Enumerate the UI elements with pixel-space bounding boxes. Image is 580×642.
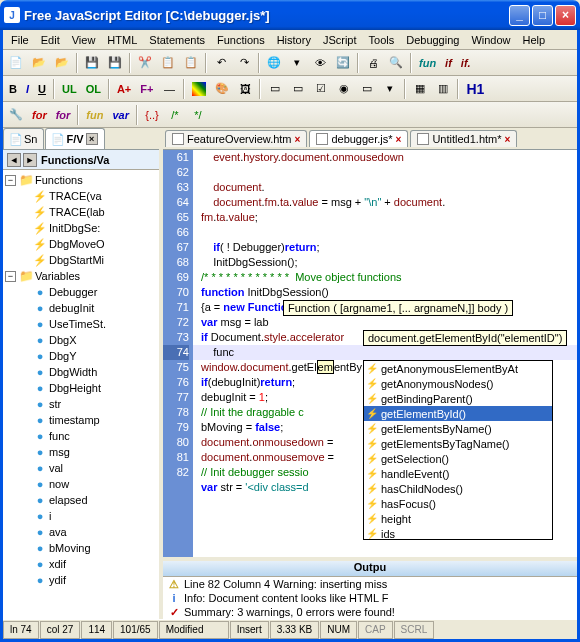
bold-button[interactable]: B bbox=[5, 83, 21, 95]
tree-item[interactable]: −📁Functions bbox=[5, 172, 157, 188]
print-icon[interactable]: 🖨 bbox=[362, 52, 384, 74]
button-icon[interactable]: ▭ bbox=[287, 78, 309, 100]
ife-text[interactable]: if. bbox=[457, 57, 475, 69]
undo-icon[interactable]: ↶ bbox=[210, 52, 232, 74]
fun-button[interactable]: fun bbox=[82, 109, 107, 121]
tree-item[interactable]: ⚡InitDbgSe: bbox=[5, 220, 157, 236]
close-button[interactable]: × bbox=[555, 5, 576, 26]
menu-help[interactable]: Help bbox=[517, 32, 552, 48]
autocomplete-item[interactable]: ⚡handleEvent() bbox=[364, 466, 552, 481]
h1-button[interactable]: H1 bbox=[462, 81, 488, 97]
color-icon[interactable] bbox=[188, 78, 210, 100]
image-icon[interactable]: 🖼 bbox=[234, 78, 256, 100]
table-icon[interactable]: ▦ bbox=[409, 78, 431, 100]
tree-item[interactable]: ●bMoving bbox=[5, 540, 157, 556]
select-icon[interactable]: ▾ bbox=[379, 78, 401, 100]
tab-close-icon[interactable]: × bbox=[86, 133, 98, 145]
cut-icon[interactable]: ✂️ bbox=[134, 52, 156, 74]
redo-icon[interactable]: ↷ bbox=[233, 52, 255, 74]
output-line[interactable]: ⚠Line 82 Column 4 Warning: inserting mis… bbox=[163, 577, 577, 591]
fplus-button[interactable]: F+ bbox=[136, 83, 157, 95]
autocomplete-item[interactable]: ⚡getElementById() bbox=[364, 406, 552, 421]
forin-button[interactable]: for bbox=[52, 109, 75, 121]
code-line[interactable]: /* * * * * * * * * * * * Move object fun… bbox=[193, 270, 577, 285]
autocomplete-item[interactable]: ⚡getAnonymousElementByAt bbox=[364, 361, 552, 376]
tree-item[interactable]: ●str bbox=[5, 396, 157, 412]
reopen-file-icon[interactable]: 📂 bbox=[51, 52, 73, 74]
browser-dropdown-icon[interactable]: ▾ bbox=[286, 52, 308, 74]
code-line[interactable]: function InitDbgSession() bbox=[193, 285, 577, 300]
menu-edit[interactable]: Edit bbox=[35, 32, 66, 48]
tree-item[interactable]: ●i bbox=[5, 508, 157, 524]
menu-statements[interactable]: Statements bbox=[143, 32, 211, 48]
tree-item[interactable]: ●msg bbox=[5, 444, 157, 460]
checkbox-icon[interactable]: ☑ bbox=[310, 78, 332, 100]
uncomment-icon[interactable]: */ bbox=[187, 104, 209, 126]
new-file-icon[interactable]: 📄 bbox=[5, 52, 27, 74]
tree-item[interactable]: ●timestamp bbox=[5, 412, 157, 428]
nav-next-icon[interactable]: ► bbox=[23, 153, 37, 167]
tree-item[interactable]: ●now bbox=[5, 476, 157, 492]
tree-item[interactable]: ⚡DbgStartMi bbox=[5, 252, 157, 268]
textarea-icon[interactable]: ▭ bbox=[356, 78, 378, 100]
tree-item[interactable]: ●DbgWidth bbox=[5, 364, 157, 380]
tree-item[interactable]: −📁Variables bbox=[5, 268, 157, 284]
menu-view[interactable]: View bbox=[66, 32, 102, 48]
autocomplete-item[interactable]: ⚡getBindingParent() bbox=[364, 391, 552, 406]
output-body[interactable]: ⚠Line 82 Column 4 Warning: inserting mis… bbox=[163, 577, 577, 619]
autocomplete-item[interactable]: ⚡hasFocus() bbox=[364, 496, 552, 511]
code-line[interactable] bbox=[193, 165, 577, 180]
autocomplete-item[interactable]: ⚡hasChildNodes() bbox=[364, 481, 552, 496]
copy-icon[interactable]: 📋 bbox=[157, 52, 179, 74]
tree-item[interactable]: ⚡DbgMoveO bbox=[5, 236, 157, 252]
tree-toggle-icon[interactable]: − bbox=[5, 175, 16, 186]
autocomplete-item[interactable]: ⚡height bbox=[364, 511, 552, 526]
tree-item[interactable]: ●Debugger bbox=[5, 284, 157, 300]
aplus-button[interactable]: A+ bbox=[113, 83, 135, 95]
menu-functions[interactable]: Functions bbox=[211, 32, 271, 48]
tab-close-icon[interactable]: × bbox=[396, 134, 402, 145]
nav-prev-icon[interactable]: ◄ bbox=[7, 153, 21, 167]
tree-item[interactable]: ●debugInit bbox=[5, 300, 157, 316]
code-editor[interactable]: event.hystory.document.onmousedown docum… bbox=[193, 150, 577, 557]
open-file-icon[interactable]: 📂 bbox=[28, 52, 50, 74]
tab-close-icon[interactable]: × bbox=[295, 134, 301, 145]
underline-button[interactable]: U bbox=[34, 83, 50, 95]
code-line[interactable] bbox=[193, 225, 577, 240]
maximize-button[interactable]: □ bbox=[532, 5, 553, 26]
editor-tab[interactable]: debugger.js*× bbox=[309, 130, 408, 147]
menu-window[interactable]: Window bbox=[465, 32, 516, 48]
tree-item[interactable]: ⚡TRACE(va bbox=[5, 188, 157, 204]
fun-text[interactable]: fun bbox=[415, 57, 440, 69]
italic-button[interactable]: I bbox=[22, 83, 33, 95]
ul-button[interactable]: UL bbox=[58, 83, 81, 95]
tree-item[interactable]: ⚡TRACE(lab bbox=[5, 204, 157, 220]
save-icon[interactable]: 💾 bbox=[81, 52, 103, 74]
autocomplete-item[interactable]: ⚡getAnonymousNodes() bbox=[364, 376, 552, 391]
sidebar-tab-sn[interactable]: 📄Sn bbox=[3, 128, 44, 149]
column-icon[interactable]: ▥ bbox=[432, 78, 454, 100]
if-text[interactable]: if bbox=[441, 57, 456, 69]
menu-history[interactable]: History bbox=[271, 32, 317, 48]
code-line[interactable]: var msg = lab bbox=[193, 315, 577, 330]
autocomplete-item[interactable]: ⚡ids bbox=[364, 526, 552, 540]
tree-item[interactable]: ●func bbox=[5, 428, 157, 444]
comment-icon[interactable]: /* bbox=[164, 104, 186, 126]
menu-file[interactable]: File bbox=[5, 32, 35, 48]
save-all-icon[interactable]: 💾 bbox=[104, 52, 126, 74]
tree-item[interactable]: ●DbgHeight bbox=[5, 380, 157, 396]
minimize-button[interactable]: _ bbox=[509, 5, 530, 26]
palette-icon[interactable]: 🎨 bbox=[211, 78, 233, 100]
tool-icon[interactable]: 🔧 bbox=[5, 104, 27, 126]
paste-icon[interactable]: 📋 bbox=[180, 52, 202, 74]
code-line[interactable]: document. bbox=[193, 180, 577, 195]
tree-item[interactable]: ●DbgX bbox=[5, 332, 157, 348]
code-line[interactable]: if( ! Debugger)return; bbox=[193, 240, 577, 255]
tree-item[interactable]: ●ava bbox=[5, 524, 157, 540]
tree-item[interactable]: ●UseTimeSt. bbox=[5, 316, 157, 332]
tree-item[interactable]: ●ydif bbox=[5, 572, 157, 588]
editor-tab[interactable]: Untitled1.htm*× bbox=[410, 130, 517, 147]
autocomplete-item[interactable]: ⚡getSelection() bbox=[364, 451, 552, 466]
code-line[interactable]: InitDbgSession(); bbox=[193, 255, 577, 270]
search-icon[interactable]: 🔍 bbox=[385, 52, 407, 74]
